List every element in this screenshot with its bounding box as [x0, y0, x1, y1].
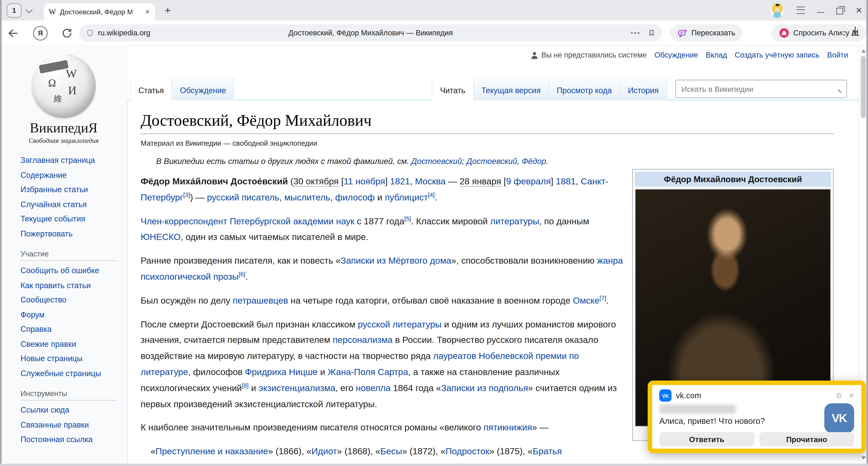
wiki-link[interactable]: Омске — [573, 295, 599, 305]
wiki-link[interactable]: Достоевский — [411, 157, 462, 166]
sidebar-link[interactable]: Как править статьи — [21, 281, 91, 289]
tab-close-icon[interactable]: ✕ — [145, 8, 150, 16]
wiki-link[interactable]: 1821 — [390, 176, 410, 186]
reload-button[interactable] — [62, 28, 72, 38]
wikipedia-search-input[interactable] — [676, 85, 828, 93]
wiki-tab[interactable]: Обсуждение — [172, 78, 235, 100]
wiki-tab[interactable]: История — [620, 78, 667, 100]
wiki-link[interactable]: [6] — [239, 270, 245, 277]
personal-link-contributions[interactable]: Вклад — [706, 51, 727, 59]
gear-icon[interactable]: ⚙ — [836, 391, 842, 400]
sidebar-link[interactable]: Текущие события — [21, 214, 85, 223]
wiki-link[interactable]: Идиот — [311, 446, 337, 456]
wiki-link[interactable]: [3] — [183, 191, 190, 198]
restore-window-button[interactable] — [837, 8, 843, 14]
wiki-link[interactable]: Член-корреспондент Петербургской академи… — [141, 216, 354, 226]
wiki-link[interactable]: Достоевский, Фёдор — [467, 157, 546, 166]
close-icon[interactable]: ✕ — [848, 391, 855, 400]
wiki-link[interactable]: [7] — [599, 294, 606, 301]
wiki-link[interactable]: Подросток — [445, 446, 489, 456]
wiki-link[interactable]: Записки из подполья — [441, 383, 528, 392]
wiki-link[interactable]: Братья — [533, 446, 562, 456]
reference-marker[interactable]: [3] — [183, 191, 190, 198]
wiki-tab[interactable]: Статья — [130, 78, 172, 100]
sidebar-link[interactable]: Свежие правки — [21, 339, 76, 348]
wiki-link[interactable]: пятикнижия — [484, 423, 532, 432]
reference-marker[interactable]: [4] — [428, 191, 435, 198]
sidebar-link[interactable]: Сообщить об ошибке — [21, 266, 99, 275]
wiki-link[interactable]: литературы — [490, 216, 539, 226]
sidebar-link[interactable]: Сообщество — [21, 295, 66, 304]
personal-link-login[interactable]: Войти — [827, 51, 848, 59]
wiki-link[interactable]: русской литературы — [358, 319, 442, 329]
wiki-link[interactable]: ЮНЕСКО — [141, 232, 181, 242]
wiki-tab[interactable]: Читать — [432, 78, 473, 100]
sidebar-link[interactable]: Справка — [21, 325, 52, 333]
sidebar-link[interactable]: Ссылки сюда — [21, 405, 69, 414]
wiki-link[interactable]: [5] — [404, 215, 411, 222]
wiki-link[interactable]: петрашевцев — [233, 295, 288, 305]
sidebar-link[interactable]: Случайная статья — [21, 200, 87, 209]
wikipedia-globe-logo[interactable]: W Ω И 維 — [31, 54, 96, 118]
wiki-link[interactable]: 1881 — [556, 176, 576, 186]
wiki-tab[interactable]: Текущая версия — [473, 78, 548, 100]
retell-button[interactable]: Пересказать — [670, 24, 742, 41]
wiki-link[interactable]: персонализма — [333, 335, 393, 345]
wiki-link[interactable]: [4] — [428, 191, 435, 198]
close-window-button[interactable]: ✕ — [856, 6, 862, 14]
personal-link-talk[interactable]: Обсуждение — [654, 51, 698, 59]
wiki-link[interactable]: экзистенциализма — [259, 383, 336, 392]
wiki-link[interactable]: 11 ноября — [344, 176, 385, 186]
tab-counter-button[interactable]: 1 — [7, 3, 22, 18]
sidebar-link[interactable]: Избранные статьи — [21, 185, 88, 194]
new-tab-button[interactable]: + — [159, 3, 176, 18]
personal-link-create-account[interactable]: Создать учётную запись — [735, 51, 819, 59]
reply-button[interactable]: Ответить — [659, 432, 754, 446]
vk-notification-popup[interactable]: VK vk.com ⚙ ✕ Алиса, привет! Что нового?… — [648, 381, 866, 453]
scroll-down-icon[interactable] — [861, 457, 866, 460]
wiki-link[interactable]: мыслитель — [284, 192, 330, 202]
menu-icon[interactable] — [797, 7, 805, 14]
wiki-link[interactable]: 9 февраля — [506, 176, 551, 186]
sidebar-link[interactable]: Содержание — [21, 170, 67, 179]
wiki-link[interactable]: публицист — [385, 192, 428, 202]
back-button[interactable] — [8, 28, 18, 37]
reference-marker[interactable]: [7] — [599, 294, 606, 301]
minimize-button[interactable] — [817, 12, 825, 13]
bookmark-icon[interactable] — [648, 28, 656, 37]
wiki-link[interactable]: Преступление и наказание — [156, 446, 268, 456]
wiki-link[interactable]: Фридриха Ницше — [245, 367, 318, 377]
reference-marker[interactable]: [6] — [239, 270, 245, 277]
search-icon[interactable] — [828, 85, 846, 93]
wiki-link[interactable]: новелла — [356, 383, 391, 392]
sidebar-link[interactable]: Связанные правки — [21, 420, 89, 429]
wiki-link[interactable]: Жана-Поля Сартра — [328, 367, 408, 377]
mark-read-button[interactable]: Прочитано — [759, 432, 854, 446]
scroll-up-icon[interactable] — [861, 49, 866, 53]
more-icon[interactable] — [631, 32, 639, 34]
wiki-link[interactable]: философ — [335, 192, 375, 202]
sidebar-link[interactable]: Постоянная ссылка — [21, 435, 93, 444]
reference-marker[interactable]: [5] — [404, 215, 411, 222]
download-button[interactable] — [850, 26, 860, 37]
tab-list-chevron-icon[interactable] — [26, 6, 33, 13]
wiki-link[interactable]: [8] — [242, 382, 248, 389]
reference-marker[interactable]: [8] — [242, 382, 248, 389]
text-segment: , философов — [188, 367, 245, 377]
address-bar[interactable]: ru.wikipedia.org Достоевский, Фёдор Миха… — [79, 24, 662, 41]
sidebar-link[interactable]: Пожертвовать — [21, 229, 72, 238]
active-browser-tab[interactable]: W Достоевский, Фёдор М ✕ — [44, 3, 155, 21]
yandex-services-icon[interactable]: Я — [33, 26, 48, 40]
wiki-link[interactable]: Записки из Мёртвого дома — [341, 255, 452, 265]
wiki-tab[interactable]: Просмотр кода — [548, 78, 620, 100]
profile-avatar[interactable] — [770, 3, 785, 18]
scrollbar-thumb[interactable] — [861, 56, 866, 118]
wiki-link[interactable]: Бесы — [380, 446, 402, 456]
sidebar-link[interactable]: Служебные страницы — [21, 369, 101, 378]
sidebar-link[interactable]: Новые страницы — [21, 354, 83, 363]
sidebar-link[interactable]: Заглавная страница — [21, 156, 95, 165]
sidebar-link[interactable]: Форум — [21, 310, 44, 319]
wiki-link[interactable]: русский писатель — [207, 192, 279, 202]
wiki-link[interactable]: Москва — [415, 176, 445, 186]
text-segment: . — [546, 157, 548, 166]
